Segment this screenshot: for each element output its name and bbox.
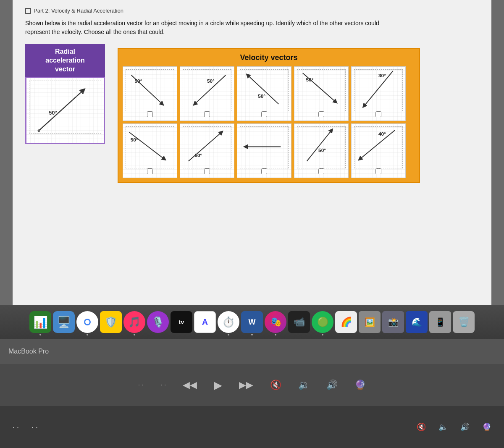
bottom-strip-right: 🔇 🔈 🔊 🔮: [417, 422, 491, 432]
word-dock-icon[interactable]: W: [241, 311, 263, 333]
vector-svg-1: 50°: [123, 67, 177, 113]
finder-dock-icon[interactable]: 🖥️: [53, 311, 75, 333]
radial-label: Radial acceleration vector: [25, 44, 105, 77]
svg-line-31: [360, 130, 395, 159]
svg-text:50°: 50°: [131, 137, 138, 143]
checkbox-4[interactable]: [318, 111, 324, 117]
checkbox-1[interactable]: [147, 111, 153, 117]
vector-svg-5: 30°: [352, 67, 405, 113]
bar-chart-dock-icon[interactable]: 📊: [29, 311, 51, 333]
svg-text:50°: 50°: [194, 152, 202, 158]
volume-1-icon[interactable]: 🔈: [438, 422, 448, 432]
svg-text:50°: 50°: [207, 78, 215, 84]
velocity-cell-7: 50°: [180, 123, 234, 178]
checkbox-2[interactable]: [204, 111, 210, 117]
checkbox-6-container[interactable]: [147, 168, 153, 176]
vector-svg-3: 50°: [237, 67, 291, 113]
checkbox-9-container[interactable]: [318, 168, 324, 176]
siri-bottom-icon[interactable]: 🔮: [482, 422, 491, 432]
vector-svg-2: 50°: [180, 67, 234, 113]
bottom-dots-1: · ·: [13, 423, 19, 432]
volume-low-button[interactable]: 🔉: [298, 380, 310, 390]
volume-2-icon[interactable]: 🔊: [460, 422, 470, 432]
misc-dock-icon[interactable]: 📱: [429, 311, 451, 333]
svg-text:50°: 50°: [318, 147, 326, 153]
mute-button[interactable]: 🔇: [270, 380, 281, 390]
checkbox-8[interactable]: [261, 168, 267, 174]
velocity-title: Velocity vectors: [123, 53, 415, 62]
part-label: Part 2: Velocity & Radial Acceleration: [25, 8, 479, 14]
description-text: Shown below is the radial acceleration v…: [25, 19, 403, 37]
tv-dock-icon[interactable]: tv: [171, 311, 192, 333]
dots-left-icon: · ·: [138, 381, 144, 389]
font-dock-icon[interactable]: A: [194, 311, 216, 333]
collapse-icon[interactable]: [25, 8, 31, 14]
vector-svg-4: 50°: [294, 67, 348, 113]
svg-line-28: [307, 130, 332, 161]
checkbox-1-container[interactable]: [147, 111, 153, 119]
svg-line-11: [248, 75, 279, 104]
spotify-dock-icon[interactable]: 🟢: [312, 311, 333, 333]
rewind-button[interactable]: ◀◀: [183, 380, 197, 390]
siri-button[interactable]: 🔮: [354, 380, 366, 390]
music-dock-icon[interactable]: 🎵: [123, 311, 145, 333]
checkbox-5[interactable]: [375, 111, 381, 117]
checkbox-6[interactable]: [147, 168, 153, 174]
velocity-section: Velocity vectors 50°: [118, 48, 420, 183]
trash-dock-icon[interactable]: 🗑️: [453, 311, 475, 333]
control-strip: · · · · ◀◀ ▶ ▶▶ 🔇 🔉 🔊 🔮: [0, 364, 504, 406]
bottom-dots-2: · ·: [32, 423, 38, 432]
macbook-bar: MacBook Pro: [0, 339, 504, 364]
velocity-cell-8: [237, 123, 291, 178]
checkbox-7[interactable]: [204, 168, 210, 174]
svg-text:50°: 50°: [306, 77, 314, 83]
dock: 📊 🖥️ 🛡️ 🎵 🎙️ tv A ⏱️ W 🎭 📹 🟢 🌈 🖼️ 📸 🌊 📱 …: [0, 305, 504, 339]
velocity-cell-5: 30°: [351, 66, 406, 121]
chrome-dock-icon[interactable]: [76, 311, 98, 333]
svg-line-20: [129, 132, 165, 159]
velocity-grid: 50°: [123, 66, 415, 178]
checkbox-10[interactable]: [375, 168, 381, 174]
photos-dock-icon[interactable]: 🌈: [335, 311, 357, 333]
velocity-cell-9: 50°: [294, 123, 349, 178]
macbook-label: MacBook Pro: [8, 348, 49, 355]
volume-off-icon[interactable]: 🔇: [417, 422, 426, 432]
checkbox-8-container[interactable]: [261, 168, 267, 176]
clock-dock-icon[interactable]: ⏱️: [218, 311, 239, 333]
vector-svg-6: 50°: [123, 124, 177, 170]
main-content: Part 2: Velocity & Radial Acceleration S…: [13, 0, 491, 307]
app1-dock-icon[interactable]: 🎭: [265, 311, 286, 333]
velocity-cell-4: 50°: [294, 66, 349, 121]
velocity-cell-10: 40°: [351, 123, 406, 178]
svg-text:40°: 40°: [378, 131, 386, 137]
radial-vector-box: 50°: [25, 77, 105, 144]
play-button[interactable]: ▶: [214, 379, 222, 392]
svg-text:50°: 50°: [258, 93, 265, 99]
velocity-cell-2: 50°: [180, 66, 234, 121]
forward-button[interactable]: ▶▶: [239, 380, 253, 390]
velocity-cell-1: 50°: [123, 66, 177, 121]
norton-dock-icon[interactable]: 🛡️: [100, 311, 122, 333]
checkbox-5-container[interactable]: [375, 111, 381, 119]
checkbox-7-container[interactable]: [204, 168, 210, 176]
camera-dock-icon[interactable]: 📹: [288, 311, 310, 333]
part-title: Part 2: Velocity & Radial Acceleration: [34, 8, 123, 14]
podcast-dock-icon[interactable]: 🎙️: [147, 311, 169, 333]
volume-high-button[interactable]: 🔊: [326, 380, 338, 390]
vector-svg-8: [237, 124, 291, 170]
velocity-cell-3: 50°: [237, 66, 291, 121]
bottom-strip: · · · · 🔇 🔈 🔊 🔮: [0, 406, 504, 448]
vector-svg-7: 50°: [180, 124, 234, 170]
checkbox-10-container[interactable]: [375, 168, 381, 176]
checkbox-3-container[interactable]: [261, 111, 267, 119]
screenshot1-dock-icon[interactable]: 🖼️: [359, 311, 381, 333]
checkbox-2-container[interactable]: [204, 111, 210, 119]
screenshot2-dock-icon[interactable]: 📸: [382, 311, 404, 333]
svg-line-23: [189, 132, 222, 161]
svg-text:50°: 50°: [135, 78, 142, 84]
wallpaper-dock-icon[interactable]: 🌊: [406, 311, 428, 333]
checkbox-3[interactable]: [261, 111, 267, 117]
checkbox-9[interactable]: [318, 168, 324, 174]
svg-point-35: [85, 320, 89, 324]
checkbox-4-container[interactable]: [318, 111, 324, 119]
